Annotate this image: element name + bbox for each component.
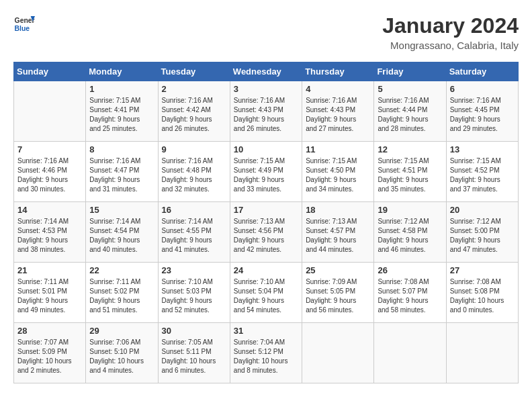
day-number: 8 — [89, 144, 154, 154]
calendar-cell: 20Sunrise: 7:12 AMSunset: 5:00 PMDayligh… — [446, 202, 518, 263]
day-number: 23 — [162, 265, 226, 275]
calendar-cell: 2Sunrise: 7:16 AMSunset: 4:42 AMDaylight… — [158, 81, 230, 142]
calendar-table: SundayMondayTuesdayWednesdayThursdayFrid… — [13, 62, 519, 383]
day-info: Sunrise: 7:12 AMSunset: 5:00 PMDaylight:… — [450, 217, 515, 255]
day-info: Sunrise: 7:10 AMSunset: 5:03 PMDaylight:… — [162, 277, 226, 315]
day-number: 21 — [17, 265, 82, 275]
day-number: 25 — [306, 265, 370, 275]
calendar-cell — [374, 323, 446, 383]
day-info: Sunrise: 7:16 AMSunset: 4:43 PMDaylight:… — [234, 96, 298, 134]
calendar-cell: 3Sunrise: 7:16 AMSunset: 4:43 PMDaylight… — [230, 81, 302, 142]
day-number: 24 — [234, 265, 298, 275]
calendar-cell: 18Sunrise: 7:13 AMSunset: 4:57 PMDayligh… — [302, 202, 374, 263]
column-header-wednesday: Wednesday — [230, 62, 302, 81]
calendar-week-row: 28Sunrise: 7:07 AMSunset: 5:09 PMDayligh… — [14, 323, 519, 383]
calendar-cell: 1Sunrise: 7:15 AMSunset: 4:41 PMDaylight… — [86, 81, 158, 142]
day-info: Sunrise: 7:08 AMSunset: 5:07 PMDaylight:… — [378, 277, 442, 315]
day-info: Sunrise: 7:06 AMSunset: 5:10 PMDaylight:… — [89, 338, 154, 375]
day-number: 9 — [162, 144, 226, 154]
day-info: Sunrise: 7:16 AMSunset: 4:44 PMDaylight:… — [378, 96, 442, 134]
day-info: Sunrise: 7:16 AMSunset: 4:42 AMDaylight:… — [162, 96, 226, 134]
column-header-monday: Monday — [86, 62, 158, 81]
day-number: 20 — [450, 205, 515, 215]
calendar-cell: 4Sunrise: 7:16 AMSunset: 4:43 PMDaylight… — [302, 81, 374, 142]
day-number: 30 — [162, 326, 226, 336]
calendar-cell: 24Sunrise: 7:10 AMSunset: 5:04 PMDayligh… — [230, 263, 302, 323]
column-header-saturday: Saturday — [446, 62, 518, 81]
calendar-cell — [302, 323, 374, 383]
calendar-cell: 31Sunrise: 7:04 AMSunset: 5:12 PMDayligh… — [230, 323, 302, 383]
day-info: Sunrise: 7:16 AMSunset: 4:46 PMDaylight:… — [17, 156, 82, 194]
day-number: 16 — [162, 205, 226, 215]
day-number: 13 — [450, 144, 515, 154]
day-info: Sunrise: 7:16 AMSunset: 4:45 PMDaylight:… — [450, 96, 515, 134]
day-info: Sunrise: 7:04 AMSunset: 5:12 PMDaylight:… — [234, 338, 298, 375]
day-info: Sunrise: 7:09 AMSunset: 5:05 PMDaylight:… — [306, 277, 370, 315]
day-info: Sunrise: 7:08 AMSunset: 5:08 PMDaylight:… — [450, 277, 515, 315]
day-number: 28 — [17, 326, 82, 336]
calendar-cell: 19Sunrise: 7:12 AMSunset: 4:58 PMDayligh… — [374, 202, 446, 263]
day-info: Sunrise: 7:15 AMSunset: 4:51 PMDaylight:… — [378, 156, 442, 194]
day-number: 29 — [89, 326, 154, 336]
day-number: 27 — [450, 265, 515, 275]
calendar-week-row: 14Sunrise: 7:14 AMSunset: 4:53 PMDayligh… — [14, 202, 519, 263]
day-number: 11 — [306, 144, 370, 154]
calendar-cell: 14Sunrise: 7:14 AMSunset: 4:53 PMDayligh… — [14, 202, 86, 263]
day-info: Sunrise: 7:15 AMSunset: 4:52 PMDaylight:… — [450, 156, 515, 194]
logo-icon: General Blue — [13, 13, 35, 35]
calendar-cell: 9Sunrise: 7:16 AMSunset: 4:48 PMDaylight… — [158, 142, 230, 202]
calendar-cell: 27Sunrise: 7:08 AMSunset: 5:08 PMDayligh… — [446, 263, 518, 323]
calendar-cell: 5Sunrise: 7:16 AMSunset: 4:44 PMDaylight… — [374, 81, 446, 142]
day-info: Sunrise: 7:15 AMSunset: 4:50 PMDaylight:… — [306, 156, 370, 194]
logo: General Blue — [13, 13, 35, 35]
day-info: Sunrise: 7:05 AMSunset: 5:11 PMDaylight:… — [162, 338, 226, 375]
day-info: Sunrise: 7:14 AMSunset: 4:55 PMDaylight:… — [162, 217, 226, 255]
day-info: Sunrise: 7:14 AMSunset: 4:54 PMDaylight:… — [89, 217, 154, 255]
calendar-cell: 6Sunrise: 7:16 AMSunset: 4:45 PMDaylight… — [446, 81, 518, 142]
calendar-cell: 8Sunrise: 7:16 AMSunset: 4:47 PMDaylight… — [86, 142, 158, 202]
calendar-cell: 25Sunrise: 7:09 AMSunset: 5:05 PMDayligh… — [302, 263, 374, 323]
day-number: 15 — [89, 205, 154, 215]
column-header-friday: Friday — [374, 62, 446, 81]
day-info: Sunrise: 7:13 AMSunset: 4:57 PMDaylight:… — [306, 217, 370, 255]
calendar-cell: 22Sunrise: 7:11 AMSunset: 5:02 PMDayligh… — [86, 263, 158, 323]
calendar-cell: 29Sunrise: 7:06 AMSunset: 5:10 PMDayligh… — [86, 323, 158, 383]
calendar-week-row: 7Sunrise: 7:16 AMSunset: 4:46 PMDaylight… — [14, 142, 519, 202]
day-number: 12 — [378, 144, 442, 154]
day-number: 14 — [17, 205, 82, 215]
day-number: 31 — [234, 326, 298, 336]
calendar-cell — [446, 323, 518, 383]
day-number: 2 — [162, 84, 226, 94]
day-number: 26 — [378, 265, 442, 275]
calendar-cell: 30Sunrise: 7:05 AMSunset: 5:11 PMDayligh… — [158, 323, 230, 383]
calendar-cell: 15Sunrise: 7:14 AMSunset: 4:54 PMDayligh… — [86, 202, 158, 263]
day-number: 22 — [89, 265, 154, 275]
day-number: 6 — [450, 84, 515, 94]
month-year-title: January 2024 — [382, 13, 519, 38]
day-number: 1 — [89, 84, 154, 94]
day-info: Sunrise: 7:15 AMSunset: 4:49 PMDaylight:… — [234, 156, 298, 194]
calendar-cell — [14, 81, 86, 142]
location-subtitle: Mongrassano, Calabria, Italy — [382, 40, 519, 51]
day-info: Sunrise: 7:12 AMSunset: 4:58 PMDaylight:… — [378, 217, 442, 255]
calendar-cell: 16Sunrise: 7:14 AMSunset: 4:55 PMDayligh… — [158, 202, 230, 263]
calendar-week-row: 1Sunrise: 7:15 AMSunset: 4:41 PMDaylight… — [14, 81, 519, 142]
calendar-cell: 11Sunrise: 7:15 AMSunset: 4:50 PMDayligh… — [302, 142, 374, 202]
column-header-tuesday: Tuesday — [158, 62, 230, 81]
calendar-header-row: SundayMondayTuesdayWednesdayThursdayFrid… — [14, 62, 519, 81]
svg-text:Blue: Blue — [15, 25, 30, 32]
calendar-cell: 23Sunrise: 7:10 AMSunset: 5:03 PMDayligh… — [158, 263, 230, 323]
day-number: 5 — [378, 84, 442, 94]
day-number: 17 — [234, 205, 298, 215]
day-info: Sunrise: 7:16 AMSunset: 4:47 PMDaylight:… — [89, 156, 154, 194]
calendar-cell: 28Sunrise: 7:07 AMSunset: 5:09 PMDayligh… — [14, 323, 86, 383]
title-block: January 2024 Mongrassano, Calabria, Ital… — [382, 13, 519, 51]
column-header-sunday: Sunday — [14, 62, 86, 81]
day-number: 4 — [306, 84, 370, 94]
day-info: Sunrise: 7:16 AMSunset: 4:48 PMDaylight:… — [162, 156, 226, 194]
day-number: 10 — [234, 144, 298, 154]
page-header: General Blue January 2024 Mongrassano, C… — [13, 13, 519, 51]
day-number: 19 — [378, 205, 442, 215]
calendar-cell: 13Sunrise: 7:15 AMSunset: 4:52 PMDayligh… — [446, 142, 518, 202]
calendar-cell: 10Sunrise: 7:15 AMSunset: 4:49 PMDayligh… — [230, 142, 302, 202]
